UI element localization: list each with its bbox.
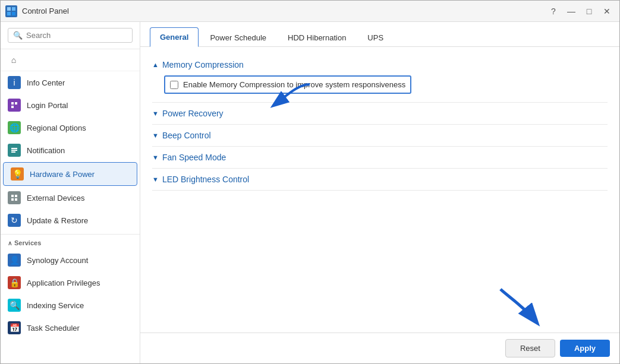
accordion-arrow-beep-control: ▼ bbox=[152, 132, 159, 139]
close-button[interactable]: ✕ bbox=[599, 5, 615, 18]
sidebar-label-application-privileges: Application Privileges bbox=[27, 278, 100, 287]
services-section-label: Services bbox=[14, 239, 41, 246]
sidebar-search-area: 🔍 bbox=[1, 22, 140, 49]
accordion-beep-control: ▼ Beep Control bbox=[152, 125, 608, 147]
regional-options-icon: 🌐 bbox=[8, 121, 21, 134]
services-arrow-icon: ∧ bbox=[8, 240, 12, 246]
sidebar-label-hardware-power: Hardware & Power bbox=[30, 170, 95, 179]
reset-button[interactable]: Reset bbox=[505, 339, 555, 357]
content-area: General Power Schedule HDD Hibernation U… bbox=[140, 22, 619, 363]
title-bar: Control Panel ? — □ ✕ bbox=[1, 1, 619, 22]
accordion-title-power-recovery: Power Recovery bbox=[162, 109, 224, 118]
sidebar-item-task-scheduler[interactable]: 📅 Task Scheduler bbox=[1, 316, 140, 339]
sidebar-item-login-portal[interactable]: Login Portal bbox=[1, 94, 140, 116]
svg-rect-2 bbox=[7, 12, 11, 15]
sidebar-label-external-devices: External Devices bbox=[27, 194, 85, 202]
window-controls: ? — □ ✕ bbox=[546, 5, 615, 18]
sidebar-item-external-devices[interactable]: External Devices bbox=[1, 186, 140, 209]
svg-rect-10 bbox=[11, 195, 14, 197]
app-icon bbox=[5, 5, 17, 17]
sidebar-item-indexing-service[interactable]: 🔍 Indexing Service bbox=[1, 294, 140, 316]
svg-rect-5 bbox=[15, 102, 17, 105]
maximize-button[interactable]: □ bbox=[581, 5, 597, 18]
svg-rect-13 bbox=[15, 198, 17, 201]
accordion-arrow-led-brightness: ▼ bbox=[152, 176, 159, 183]
synology-account-icon: 👤 bbox=[8, 254, 21, 267]
svg-rect-4 bbox=[11, 102, 14, 105]
indexing-service-icon: 🔍 bbox=[8, 299, 21, 312]
accordion-header-memory-compression[interactable]: ▲ Memory Compression bbox=[152, 60, 608, 69]
svg-rect-3 bbox=[12, 12, 15, 15]
sidebar-label-login-portal: Login Portal bbox=[27, 101, 68, 110]
accordion-power-recovery: ▼ Power Recovery bbox=[152, 103, 608, 125]
sidebar-item-update-restore[interactable]: ↻ Update & Restore bbox=[1, 209, 140, 232]
sidebar-item-notification[interactable]: Notification bbox=[1, 139, 140, 162]
sidebar: 🔍 ⌂ i Info Center Login Portal bbox=[1, 22, 140, 363]
control-panel-window: Control Panel ? — □ ✕ 🔍 ⌂ bbox=[0, 0, 620, 364]
svg-rect-12 bbox=[11, 198, 14, 201]
accordion-arrow-memory-compression: ▲ bbox=[152, 61, 159, 68]
accordion-header-fan-speed-mode[interactable]: ▼ Fan Speed Mode bbox=[152, 153, 608, 162]
task-scheduler-icon: 📅 bbox=[8, 321, 21, 334]
accordion-led-brightness: ▼ LED Brightness Control bbox=[152, 169, 608, 191]
panel-content: ▲ Memory Compression Enable Memory Compr… bbox=[140, 47, 619, 333]
accordion-title-memory-compression: Memory Compression bbox=[162, 60, 244, 69]
enable-compression-label: Enable Memory Compression to improve sys… bbox=[183, 80, 405, 89]
sidebar-item-application-privileges[interactable]: 🔒 Application Privileges bbox=[1, 271, 140, 294]
accordion-header-beep-control[interactable]: ▼ Beep Control bbox=[152, 131, 608, 140]
sidebar-item-synology-account[interactable]: 👤 Synology Account bbox=[1, 249, 140, 271]
tab-general[interactable]: General bbox=[150, 27, 199, 47]
enable-compression-row: Enable Memory Compression to improve sys… bbox=[164, 75, 411, 94]
info-center-icon: i bbox=[8, 76, 21, 89]
application-privileges-icon: 🔒 bbox=[8, 276, 21, 289]
accordion-title-led-brightness: LED Brightness Control bbox=[162, 175, 249, 184]
enable-memory-compression-checkbox[interactable] bbox=[170, 81, 178, 89]
sidebar-label-notification: Notification bbox=[27, 146, 65, 155]
accordion-body-memory-compression: Enable Memory Compression to improve sys… bbox=[152, 69, 608, 96]
svg-rect-0 bbox=[7, 7, 11, 11]
sidebar-home-button[interactable]: ⌂ bbox=[1, 49, 140, 71]
tab-power-schedule[interactable]: Power Schedule bbox=[200, 28, 276, 47]
accordion-arrow-fan-speed-mode: ▼ bbox=[152, 154, 159, 161]
tab-ups[interactable]: UPS bbox=[357, 28, 394, 47]
svg-rect-7 bbox=[11, 148, 17, 149]
sidebar-item-info-center[interactable]: i Info Center bbox=[1, 71, 140, 94]
home-icon: ⌂ bbox=[8, 54, 20, 66]
update-restore-icon: ↻ bbox=[8, 214, 21, 227]
search-input[interactable] bbox=[26, 31, 127, 40]
minimize-button[interactable]: — bbox=[564, 5, 579, 18]
sidebar-label-info-center: Info Center bbox=[27, 78, 65, 87]
apply-button[interactable]: Apply bbox=[560, 340, 610, 357]
svg-rect-9 bbox=[11, 151, 15, 153]
sidebar-item-regional-options[interactable]: 🌐 Regional Options bbox=[1, 116, 140, 139]
services-section-header[interactable]: ∧ Services bbox=[1, 234, 140, 249]
bottom-bar: Reset Apply bbox=[140, 333, 619, 363]
notification-icon bbox=[8, 144, 21, 157]
accordion-title-beep-control: Beep Control bbox=[162, 131, 211, 140]
accordion-header-power-recovery[interactable]: ▼ Power Recovery bbox=[152, 109, 608, 118]
main-area: 🔍 ⌂ i Info Center Login Portal bbox=[1, 22, 619, 363]
svg-rect-1 bbox=[12, 7, 15, 11]
accordion-memory-compression: ▲ Memory Compression Enable Memory Compr… bbox=[152, 54, 608, 103]
tab-hdd-hibernation[interactable]: HDD Hibernation bbox=[278, 28, 356, 47]
sidebar-label-task-scheduler: Task Scheduler bbox=[27, 324, 80, 333]
help-button[interactable]: ? bbox=[546, 5, 561, 18]
svg-rect-11 bbox=[15, 195, 17, 197]
accordion-title-fan-speed-mode: Fan Speed Mode bbox=[162, 153, 226, 162]
search-icon: 🔍 bbox=[13, 31, 23, 40]
sidebar-label-update-restore: Update & Restore bbox=[27, 216, 88, 225]
accordion-fan-speed-mode: ▼ Fan Speed Mode bbox=[152, 147, 608, 169]
external-devices-icon bbox=[8, 191, 21, 204]
sidebar-label-regional-options: Regional Options bbox=[27, 124, 86, 132]
window-title: Control Panel bbox=[22, 7, 546, 15]
login-portal-icon bbox=[8, 99, 21, 112]
accordion-arrow-power-recovery: ▼ bbox=[152, 110, 159, 117]
accordion-header-led-brightness[interactable]: ▼ LED Brightness Control bbox=[152, 175, 608, 184]
search-box[interactable]: 🔍 bbox=[8, 28, 133, 43]
sidebar-label-indexing-service: Indexing Service bbox=[27, 301, 84, 310]
sidebar-nav: i Info Center Login Portal 🌐 Regional Op… bbox=[1, 71, 140, 363]
sidebar-item-hardware-power[interactable]: 💡 Hardware & Power bbox=[3, 162, 137, 186]
svg-rect-6 bbox=[11, 106, 14, 108]
svg-rect-8 bbox=[11, 150, 17, 151]
sidebar-label-synology-account: Synology Account bbox=[27, 256, 88, 265]
